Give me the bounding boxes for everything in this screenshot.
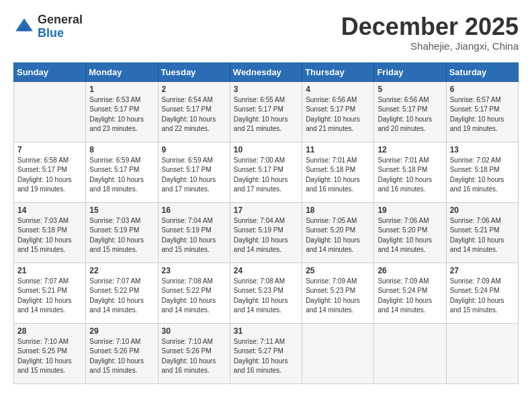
weekday-header: Friday [374,62,446,81]
day-number: 28 [17,326,82,336]
logo: General Blue [13,13,83,40]
calendar-cell: 27Sunrise: 7:09 AM Sunset: 5:24 PM Dayli… [446,263,518,323]
calendar-week-row: 21Sunrise: 7:07 AM Sunset: 5:21 PM Dayli… [14,263,519,323]
calendar-cell: 1Sunrise: 6:53 AM Sunset: 5:17 PM Daylig… [86,81,158,142]
day-info: Sunrise: 6:55 AM Sunset: 5:17 PM Dayligh… [234,95,298,134]
day-number: 27 [450,266,515,275]
day-info: Sunrise: 7:06 AM Sunset: 5:20 PM Dayligh… [378,216,442,255]
calendar-cell: 5Sunrise: 6:56 AM Sunset: 5:17 PM Daylig… [374,81,446,142]
day-number: 4 [306,85,370,94]
day-info: Sunrise: 7:06 AM Sunset: 5:21 PM Dayligh… [450,216,515,255]
day-info: Sunrise: 6:57 AM Sunset: 5:17 PM Dayligh… [450,95,515,134]
day-info: Sunrise: 7:07 AM Sunset: 5:22 PM Dayligh… [89,277,154,316]
weekday-header: Wednesday [230,62,302,81]
page-header: General Blue December 2025 Shahejie, Jia… [13,13,519,52]
day-number: 8 [89,145,154,154]
day-info: Sunrise: 7:10 AM Sunset: 5:26 PM Dayligh… [162,337,226,376]
day-info: Sunrise: 7:01 AM Sunset: 5:18 PM Dayligh… [378,156,442,195]
day-info: Sunrise: 7:10 AM Sunset: 5:26 PM Dayligh… [89,337,154,376]
logo-general: General [38,13,83,26]
calendar-cell: 9Sunrise: 6:59 AM Sunset: 5:17 PM Daylig… [158,142,230,202]
day-info: Sunrise: 6:58 AM Sunset: 5:17 PM Dayligh… [17,156,82,195]
day-number: 14 [17,205,82,215]
day-info: Sunrise: 6:59 AM Sunset: 5:17 PM Dayligh… [162,156,226,195]
calendar-cell: 25Sunrise: 7:09 AM Sunset: 5:23 PM Dayli… [302,263,374,323]
calendar-cell: 8Sunrise: 6:59 AM Sunset: 5:17 PM Daylig… [86,142,158,202]
day-number: 31 [234,326,298,336]
logo-icon [13,16,35,38]
calendar-week-row: 1Sunrise: 6:53 AM Sunset: 5:17 PM Daylig… [14,81,519,142]
calendar-cell: 23Sunrise: 7:08 AM Sunset: 5:22 PM Dayli… [158,263,230,323]
day-info: Sunrise: 7:04 AM Sunset: 5:19 PM Dayligh… [162,216,226,255]
calendar-cell: 3Sunrise: 6:55 AM Sunset: 5:17 PM Daylig… [230,81,302,142]
logo-blue: Blue [38,26,64,40]
weekday-header: Monday [86,62,158,81]
day-info: Sunrise: 7:04 AM Sunset: 5:19 PM Dayligh… [234,216,298,255]
day-info: Sunrise: 7:00 AM Sunset: 5:17 PM Dayligh… [234,156,298,195]
day-info: Sunrise: 7:03 AM Sunset: 5:19 PM Dayligh… [89,216,154,255]
calendar-cell: 18Sunrise: 7:05 AM Sunset: 5:20 PM Dayli… [302,202,374,263]
day-info: Sunrise: 7:02 AM Sunset: 5:18 PM Dayligh… [450,156,515,195]
day-number: 22 [89,266,154,275]
day-number: 1 [89,85,154,94]
calendar-cell: 7Sunrise: 6:58 AM Sunset: 5:17 PM Daylig… [14,142,86,202]
weekday-row: SundayMondayTuesdayWednesdayThursdayFrid… [14,62,519,81]
day-number: 29 [89,326,154,336]
calendar-cell [14,81,86,142]
calendar-cell: 17Sunrise: 7:04 AM Sunset: 5:19 PM Dayli… [230,202,302,263]
weekday-header: Sunday [14,62,86,81]
day-number: 26 [378,266,442,275]
day-info: Sunrise: 7:11 AM Sunset: 5:27 PM Dayligh… [234,337,298,376]
month-title: December 2025 [341,13,519,40]
calendar-cell: 10Sunrise: 7:00 AM Sunset: 5:17 PM Dayli… [230,142,302,202]
day-info: Sunrise: 7:08 AM Sunset: 5:23 PM Dayligh… [234,277,298,316]
calendar-cell: 29Sunrise: 7:10 AM Sunset: 5:26 PM Dayli… [86,323,158,383]
calendar-week-row: 28Sunrise: 7:10 AM Sunset: 5:25 PM Dayli… [14,323,519,383]
calendar-cell: 12Sunrise: 7:01 AM Sunset: 5:18 PM Dayli… [374,142,446,202]
location-subtitle: Shahejie, Jiangxi, China [341,40,519,52]
day-info: Sunrise: 7:05 AM Sunset: 5:20 PM Dayligh… [306,216,370,255]
day-number: 25 [306,266,370,275]
day-number: 23 [162,266,226,275]
weekday-header: Thursday [302,62,374,81]
calendar-cell: 26Sunrise: 7:09 AM Sunset: 5:24 PM Dayli… [374,263,446,323]
day-info: Sunrise: 7:10 AM Sunset: 5:25 PM Dayligh… [17,337,82,376]
day-info: Sunrise: 7:01 AM Sunset: 5:18 PM Dayligh… [306,156,370,195]
calendar-cell: 22Sunrise: 7:07 AM Sunset: 5:22 PM Dayli… [86,263,158,323]
weekday-header: Saturday [446,62,518,81]
day-info: Sunrise: 7:07 AM Sunset: 5:21 PM Dayligh… [17,277,82,316]
calendar-cell: 19Sunrise: 7:06 AM Sunset: 5:20 PM Dayli… [374,202,446,263]
calendar-cell: 24Sunrise: 7:08 AM Sunset: 5:23 PM Dayli… [230,263,302,323]
day-number: 2 [162,85,226,94]
day-number: 16 [162,205,226,215]
day-number: 6 [450,85,515,94]
calendar-week-row: 7Sunrise: 6:58 AM Sunset: 5:17 PM Daylig… [14,142,519,202]
day-number: 15 [89,205,154,215]
day-number: 18 [306,205,370,215]
day-info: Sunrise: 7:09 AM Sunset: 5:24 PM Dayligh… [450,277,515,316]
day-info: Sunrise: 7:09 AM Sunset: 5:23 PM Dayligh… [306,277,370,316]
day-number: 30 [162,326,226,336]
day-number: 19 [378,205,442,215]
calendar-cell: 16Sunrise: 7:04 AM Sunset: 5:19 PM Dayli… [158,202,230,263]
title-block: December 2025 Shahejie, Jiangxi, China [341,13,519,52]
calendar-cell [302,323,374,383]
calendar-cell: 21Sunrise: 7:07 AM Sunset: 5:21 PM Dayli… [14,263,86,323]
day-number: 5 [378,85,442,94]
day-number: 11 [306,145,370,154]
calendar-cell: 2Sunrise: 6:54 AM Sunset: 5:17 PM Daylig… [158,81,230,142]
day-number: 7 [17,145,82,154]
day-number: 20 [450,205,515,215]
calendar-cell: 11Sunrise: 7:01 AM Sunset: 5:18 PM Dayli… [302,142,374,202]
calendar-cell: 31Sunrise: 7:11 AM Sunset: 5:27 PM Dayli… [230,323,302,383]
weekday-header: Tuesday [158,62,230,81]
day-number: 9 [162,145,226,154]
calendar-cell: 6Sunrise: 6:57 AM Sunset: 5:17 PM Daylig… [446,81,518,142]
calendar-cell: 30Sunrise: 7:10 AM Sunset: 5:26 PM Dayli… [158,323,230,383]
calendar-header: SundayMondayTuesdayWednesdayThursdayFrid… [14,62,519,81]
logo-text: General Blue [38,13,83,40]
calendar-cell [374,323,446,383]
calendar-cell: 15Sunrise: 7:03 AM Sunset: 5:19 PM Dayli… [86,202,158,263]
calendar-cell: 4Sunrise: 6:56 AM Sunset: 5:17 PM Daylig… [302,81,374,142]
day-number: 10 [234,145,298,154]
